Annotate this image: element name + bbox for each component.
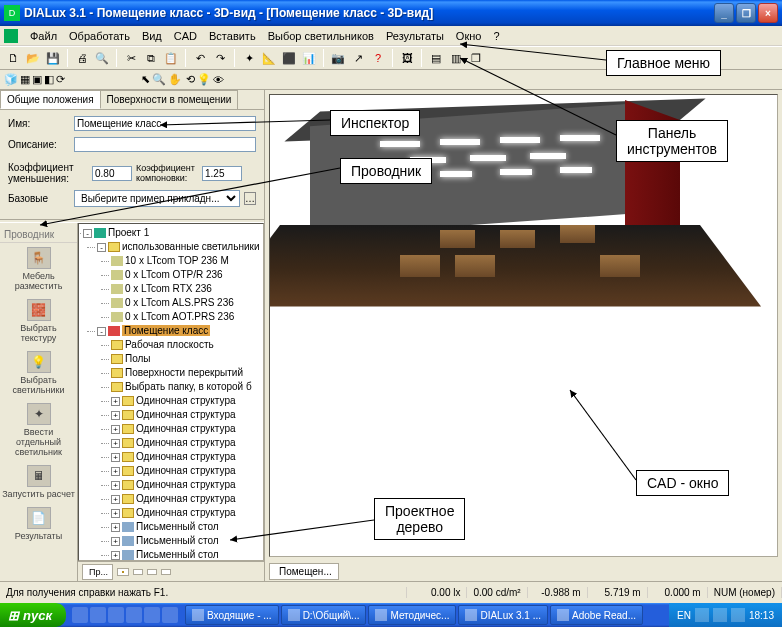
menu-help[interactable]: ? bbox=[487, 28, 505, 44]
browse-button[interactable]: … bbox=[244, 192, 256, 205]
taskbar-task[interactable]: Входящие - ... bbox=[185, 605, 279, 625]
light-icon[interactable]: 💡 bbox=[197, 73, 211, 86]
tab-surfaces[interactable]: Поверхности в помещении bbox=[100, 90, 239, 109]
ql-icon[interactable] bbox=[108, 607, 124, 623]
close-button[interactable]: × bbox=[758, 3, 778, 23]
view3d-icon[interactable]: 🧊 bbox=[4, 73, 18, 86]
new-icon[interactable]: 🗋 bbox=[4, 49, 22, 67]
minimize-button[interactable]: _ bbox=[714, 3, 734, 23]
wire-icon[interactable]: ▣ bbox=[32, 73, 42, 86]
select-icon[interactable]: ⬉ bbox=[141, 73, 150, 86]
tree-item[interactable]: Письменный стол bbox=[136, 521, 219, 532]
tree-item[interactable]: 0 x LTcom OTP/R 236 bbox=[125, 269, 223, 280]
tree-item[interactable]: Письменный стол bbox=[136, 535, 219, 546]
tree-item[interactable]: Одиночная структура bbox=[136, 437, 236, 448]
preview-icon[interactable]: 🔍 bbox=[93, 49, 111, 67]
cascade-icon[interactable]: ❐ bbox=[467, 49, 485, 67]
coef2-field[interactable] bbox=[202, 166, 242, 181]
action-select-texture[interactable]: 🧱Выбрать текстуру bbox=[0, 295, 77, 347]
maximize-button[interactable]: ❐ bbox=[736, 3, 756, 23]
tree-toggle[interactable]: - bbox=[97, 243, 106, 252]
tree-tab-project[interactable]: Пр... bbox=[82, 564, 113, 580]
tree-toggle[interactable]: + bbox=[111, 551, 120, 560]
action-insert-single-luminaire[interactable]: ✦Ввести отдельный светильник bbox=[0, 399, 77, 461]
tree-toggle[interactable]: + bbox=[111, 537, 120, 546]
refresh-icon[interactable]: ⟳ bbox=[56, 73, 65, 86]
tile-h-icon[interactable]: ▤ bbox=[427, 49, 445, 67]
tree-item[interactable]: Поверхности перекрытий bbox=[125, 367, 243, 378]
menu-insert[interactable]: Вставить bbox=[203, 28, 262, 44]
tree-toggle[interactable]: + bbox=[111, 467, 120, 476]
tree-item[interactable]: 0 x LTcom AOT.PRS 236 bbox=[125, 311, 234, 322]
pan-icon[interactable]: ✋ bbox=[168, 73, 182, 86]
results-icon[interactable]: 📊 bbox=[300, 49, 318, 67]
rotate-icon[interactable]: ⟲ bbox=[186, 73, 195, 86]
tray-icon[interactable] bbox=[695, 608, 709, 622]
action-run-calculation[interactable]: 🖩Запустить расчет bbox=[0, 461, 77, 503]
tree-toggle[interactable]: - bbox=[83, 229, 92, 238]
tree-item[interactable]: Рабочая плоскость bbox=[125, 339, 214, 350]
tree-tab-3[interactable] bbox=[133, 569, 143, 575]
taskbar-task[interactable]: Adobe Read... bbox=[550, 605, 643, 625]
tree-toggle[interactable]: + bbox=[111, 481, 120, 490]
tree-item[interactable]: Одиночная структура bbox=[136, 479, 236, 490]
ql-icon[interactable] bbox=[72, 607, 88, 623]
cad-tab-room[interactable]: Помещен... bbox=[269, 563, 339, 580]
undo-icon[interactable]: ↶ bbox=[191, 49, 209, 67]
tree-item[interactable]: Письменный стол bbox=[136, 549, 219, 560]
render-icon[interactable]: ⬛ bbox=[280, 49, 298, 67]
camera-icon[interactable]: 📷 bbox=[329, 49, 347, 67]
gallery-icon[interactable]: 🖼 bbox=[398, 49, 416, 67]
tree-luminaires-group[interactable]: использованные светильники bbox=[122, 241, 259, 252]
zoom-icon[interactable]: 🔍 bbox=[152, 73, 166, 86]
tree-project[interactable]: Проект 1 bbox=[108, 227, 149, 238]
cut-icon[interactable]: ✂ bbox=[122, 49, 140, 67]
tree-item[interactable]: Одиночная структура bbox=[136, 409, 236, 420]
tree-toggle[interactable]: + bbox=[111, 509, 120, 518]
start-button[interactable]: ⊞пуск bbox=[0, 603, 66, 627]
tree-item[interactable]: Одиночная структура bbox=[136, 423, 236, 434]
menu-results[interactable]: Результаты bbox=[380, 28, 450, 44]
tree-toggle[interactable]: + bbox=[111, 523, 120, 532]
tab-general[interactable]: Общие положения bbox=[0, 90, 101, 109]
tree-toggle[interactable]: + bbox=[111, 453, 120, 462]
menu-edit[interactable]: Обработать bbox=[63, 28, 136, 44]
tree-tab-4[interactable] bbox=[147, 569, 157, 575]
tree-item[interactable]: 0 x LTcom ALS.PRS 236 bbox=[125, 297, 234, 308]
tree-tab-2[interactable] bbox=[117, 568, 129, 576]
system-menu-icon[interactable] bbox=[4, 29, 18, 43]
taskbar-task[interactable]: Методичес... bbox=[368, 605, 456, 625]
lang-indicator[interactable]: EN bbox=[677, 610, 691, 621]
tree-item[interactable]: Одиночная структура bbox=[136, 493, 236, 504]
tree-toggle[interactable]: - bbox=[97, 327, 106, 336]
action-results[interactable]: 📄Результаты bbox=[0, 503, 77, 545]
tray-icon[interactable] bbox=[731, 608, 745, 622]
tree-item[interactable]: Одиночная структура bbox=[136, 507, 236, 518]
base-select[interactable]: Выберите пример прикладн... bbox=[74, 190, 240, 207]
tree-room-selected[interactable]: Помещение класс bbox=[122, 325, 210, 336]
open-icon[interactable]: 📂 bbox=[24, 49, 42, 67]
eye-icon[interactable]: 👁 bbox=[213, 74, 224, 86]
help-icon[interactable]: ? bbox=[369, 49, 387, 67]
paste-icon[interactable]: 📋 bbox=[162, 49, 180, 67]
tree-item[interactable]: 0 x LTcom RTX 236 bbox=[125, 283, 212, 294]
menu-file[interactable]: Файл bbox=[24, 28, 63, 44]
tree-toggle[interactable]: + bbox=[111, 411, 120, 420]
coef1-field[interactable] bbox=[92, 166, 132, 181]
description-field[interactable] bbox=[74, 137, 256, 152]
tree-toggle[interactable]: + bbox=[111, 439, 120, 448]
export-icon[interactable]: ↗ bbox=[349, 49, 367, 67]
menu-luminaires[interactable]: Выбор светильников bbox=[262, 28, 380, 44]
menu-cad[interactable]: CAD bbox=[168, 28, 203, 44]
name-field[interactable] bbox=[74, 116, 256, 131]
clock[interactable]: 18:13 bbox=[749, 610, 774, 621]
print-icon[interactable]: 🖨 bbox=[73, 49, 91, 67]
shade-icon[interactable]: ◧ bbox=[44, 73, 54, 86]
calc-icon[interactable]: 📐 bbox=[260, 49, 278, 67]
tile-v-icon[interactable]: ▥ bbox=[447, 49, 465, 67]
tree-item[interactable]: Одиночная структура bbox=[136, 395, 236, 406]
taskbar-task[interactable]: D:\Общий\... bbox=[281, 605, 367, 625]
action-select-luminaires[interactable]: 💡Выбрать светильники bbox=[0, 347, 77, 399]
action-place-furniture[interactable]: 🪑Мебель разместить bbox=[0, 243, 77, 295]
ql-icon[interactable] bbox=[90, 607, 106, 623]
